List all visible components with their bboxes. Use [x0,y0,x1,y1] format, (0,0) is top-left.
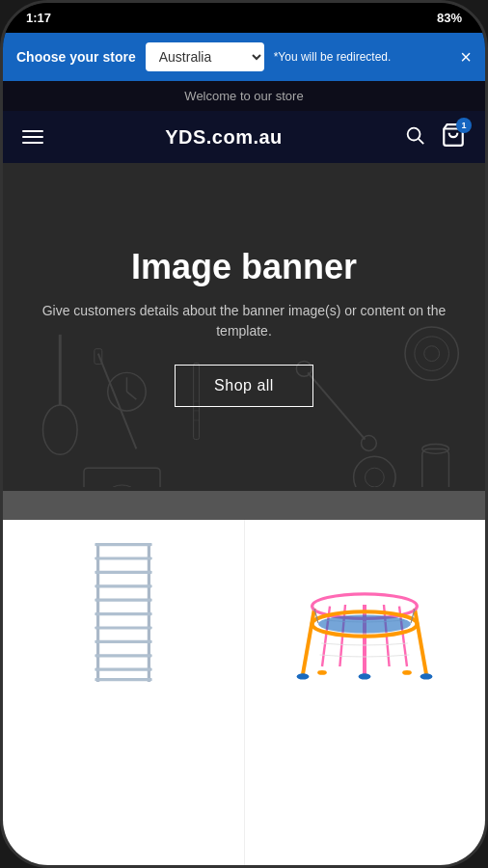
svg-point-57 [297,673,310,679]
svg-rect-34 [95,543,151,546]
nav-bar: YDS.com.au 1 [3,111,485,163]
svg-line-1 [419,139,423,144]
svg-rect-38 [95,599,151,602]
nav-icons: 1 [404,122,466,151]
svg-rect-39 [95,612,151,615]
section-divider [3,491,485,520]
svg-rect-23 [422,448,449,487]
hamburger-line-1 [22,130,43,132]
svg-rect-44 [95,678,151,681]
hamburger-menu[interactable] [22,130,43,144]
svg-point-54 [318,614,411,633]
cart-badge: 1 [456,118,472,133]
svg-point-16 [101,485,143,487]
svg-point-0 [408,128,420,141]
hero-subtitle: Give customers details about the banner … [22,301,466,341]
products-section [3,520,485,865]
svg-rect-41 [95,640,151,643]
cart-icon[interactable]: 1 [441,122,466,151]
svg-rect-43 [95,668,151,671]
svg-point-27 [362,436,377,451]
status-time: 1:17 [26,11,51,25]
svg-line-45 [303,609,314,674]
welcome-text: Welcome to our store [184,89,303,103]
svg-point-19 [365,468,384,487]
hero-banner: Image banner Give customers details abou… [3,163,485,491]
svg-rect-36 [95,571,151,574]
search-icon[interactable] [404,124,425,149]
svg-line-46 [415,609,426,674]
svg-rect-40 [95,626,151,629]
product-item-shelf[interactable] [3,520,244,865]
svg-point-61 [402,670,412,675]
hero-overlay: Image banner Give customers details abou… [3,228,485,426]
hero-title: Image banner [22,247,466,287]
welcome-bar: Welcome to our store [3,81,485,111]
store-banner-label: Choose your store [16,49,136,65]
close-icon[interactable]: × [460,47,472,67]
store-banner: Choose your store Australia USA UK New Z… [3,33,485,81]
svg-point-58 [420,673,433,679]
svg-point-59 [359,673,371,679]
svg-point-18 [354,456,395,487]
product-item-trampoline[interactable] [244,520,486,865]
store-select[interactable]: Australia USA UK New Zealand [146,42,264,71]
trampoline-product-image [287,535,442,690]
svg-rect-35 [95,556,151,559]
phone-notch [176,3,312,22]
shelf-product-image [85,535,162,690]
site-title: YDS.com.au [165,126,283,149]
phone-frame: 1:17 ▪▪▪▪ 83% Choose your store Australi… [0,0,488,868]
hamburger-line-3 [22,142,43,144]
store-redirect-text: *You will be redirected. [274,50,451,64]
battery-indicator: 83% [437,11,462,25]
svg-rect-37 [95,584,151,587]
svg-rect-42 [95,654,151,657]
shop-all-button[interactable]: Shop all [175,365,313,407]
svg-rect-15 [84,468,160,487]
hamburger-line-2 [22,136,43,138]
svg-point-60 [317,670,327,675]
